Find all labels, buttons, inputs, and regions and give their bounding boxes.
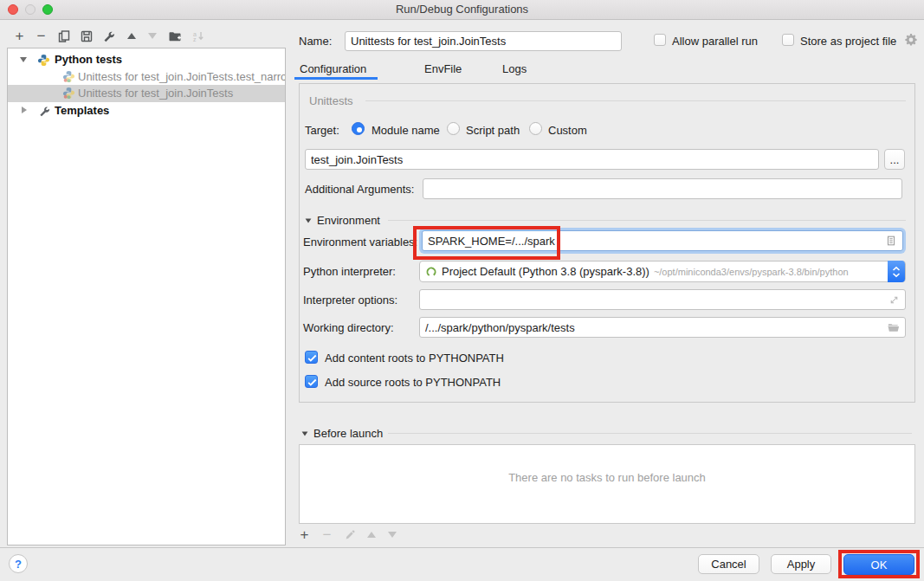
edit-pencil-icon <box>344 529 356 541</box>
target-custom-label: Custom <box>548 124 587 137</box>
new-folder-icon <box>168 29 182 43</box>
move-up-icon <box>367 532 376 538</box>
before-launch-move-up-button[interactable] <box>363 526 379 543</box>
apply-button[interactable]: Apply <box>771 554 831 574</box>
python-interpreter-path: ~/opt/miniconda3/envs/pyspark-3.8/bin/py… <box>654 267 849 277</box>
configuration-tree: Python tests Unittests for test_join.Joi… <box>7 48 286 545</box>
allow-parallel-run-label: Allow parallel run <box>672 35 758 48</box>
python-interpreter-combo[interactable]: Project Default (Python 3.8 (pyspark-3.8… <box>419 261 906 282</box>
environment-collapse-icon[interactable] <box>306 218 312 223</box>
working-directory-value: /.../spark/python/pyspark/tests <box>425 321 887 334</box>
add-source-roots-checkbox[interactable] <box>305 375 318 388</box>
folder-icon[interactable] <box>887 321 900 334</box>
before-launch-collapse-icon[interactable] <box>302 431 308 436</box>
tree-item-unittests-narrow[interactable]: Unittests for test_join.JoinTests.test_n… <box>8 68 285 86</box>
tree-item-python-tests[interactable]: Python tests <box>8 51 285 68</box>
additional-arguments-label: Additional Arguments: <box>305 183 414 196</box>
target-script-path-radio[interactable] <box>447 122 460 135</box>
cancel-button-label: Cancel <box>711 558 746 571</box>
titlebar: Run/Debug Configurations <box>0 0 924 20</box>
tree-item-label: Unittests for test_join.JoinTests <box>78 87 233 100</box>
add-configuration-button[interactable]: + <box>11 28 28 44</box>
tree-item-unittests-jointests-selected[interactable]: Unittests for test_join.JoinTests <box>8 85 285 102</box>
interpreter-options-field[interactable] <box>419 289 906 310</box>
combo-stepper-icon[interactable] <box>888 261 905 282</box>
python-interpreter-value: Project Default (Python 3.8 (pyspark-3.8… <box>442 265 649 278</box>
group-divider <box>365 100 906 101</box>
ok-button-label: OK <box>871 558 888 571</box>
svg-text:z: z <box>193 36 197 42</box>
target-custom-radio[interactable] <box>529 122 542 135</box>
store-as-project-file-checkbox[interactable] <box>782 34 794 46</box>
target-script-path-label: Script path <box>466 124 520 137</box>
sort-alphabetically-button[interactable]: az <box>190 28 206 44</box>
module-name-input[interactable] <box>305 149 879 170</box>
remove-icon: − <box>37 28 46 45</box>
environment-variables-field[interactable]: SPARK_HOME=/.../spark <box>422 230 903 251</box>
expand-arrow-icon[interactable] <box>20 57 27 62</box>
browse-module-button[interactable]: ... <box>884 149 905 170</box>
allow-parallel-run-checkbox[interactable] <box>654 34 666 46</box>
check-icon <box>306 352 319 365</box>
store-as-project-file-label: Store as project file <box>800 35 896 48</box>
wrench-icon <box>38 105 51 118</box>
copy-configuration-button[interactable] <box>55 28 72 44</box>
wrench-icon <box>102 29 116 43</box>
active-tab-underline <box>294 77 378 80</box>
save-icon <box>80 29 94 43</box>
add-content-roots-checkbox[interactable] <box>305 351 318 364</box>
working-directory-field[interactable]: /.../spark/python/pyspark/tests <box>419 317 906 338</box>
before-launch-divider <box>388 433 912 434</box>
before-launch-remove-button[interactable]: − <box>319 526 335 543</box>
environment-variables-label: Environment variables: <box>303 236 417 249</box>
before-launch-edit-button[interactable] <box>341 526 358 543</box>
additional-arguments-input[interactable] <box>423 178 902 199</box>
tree-item-label: Python tests <box>55 53 122 66</box>
environment-section-title: Environment <box>317 214 380 227</box>
tree-item-templates[interactable]: Templates <box>8 102 285 119</box>
collapse-arrow-icon[interactable] <box>22 107 27 113</box>
expand-icon[interactable] <box>888 294 900 306</box>
target-module-name-radio[interactable] <box>352 122 365 135</box>
add-icon: + <box>300 526 309 544</box>
interpreter-options-label: Interpreter options: <box>303 294 397 307</box>
remove-configuration-button[interactable]: − <box>33 28 49 44</box>
copy-icon <box>57 29 71 43</box>
save-configuration-button[interactable] <box>78 28 94 44</box>
target-module-name-label: Module name <box>372 124 440 137</box>
python-test-icon <box>62 70 75 83</box>
before-launch-move-down-button[interactable] <box>384 526 400 543</box>
move-down-icon <box>148 33 157 39</box>
tab-configuration[interactable]: Configuration <box>300 62 366 75</box>
python-icon <box>37 54 50 67</box>
run-debug-configurations-dialog: Run/Debug Configurations + − az Python t… <box>0 0 924 581</box>
tree-item-label: Templates <box>55 104 109 117</box>
move-up-button[interactable] <box>123 28 139 44</box>
move-up-icon <box>127 33 136 39</box>
gear-icon[interactable] <box>904 33 918 47</box>
unittests-group-title: Unittests <box>309 94 353 107</box>
move-down-icon <box>388 532 397 538</box>
edit-templates-button[interactable] <box>100 28 117 44</box>
new-folder-button[interactable] <box>166 28 183 44</box>
working-directory-label: Working directory: <box>303 321 394 334</box>
cancel-button[interactable]: Cancel <box>698 554 759 574</box>
ok-button[interactable]: OK <box>843 554 914 575</box>
before-launch-add-button[interactable]: + <box>296 526 313 543</box>
window-title: Run/Debug Configurations <box>0 3 924 16</box>
help-button[interactable]: ? <box>9 554 28 573</box>
browse-list-icon[interactable] <box>885 235 897 247</box>
environment-divider <box>388 220 906 221</box>
add-source-roots-label: Add source roots to PYTHONPATH <box>325 376 501 389</box>
name-input[interactable] <box>345 31 622 51</box>
conda-ring-icon <box>425 266 437 278</box>
tab-logs[interactable]: Logs <box>502 62 527 75</box>
apply-button-label: Apply <box>787 558 816 571</box>
tab-envfile[interactable]: EnvFile <box>424 62 462 75</box>
before-launch-task-list[interactable]: There are no tasks to run before launch <box>299 444 915 524</box>
move-down-button[interactable] <box>144 28 160 44</box>
tree-item-label: Unittests for test_join.JoinTests.test_n… <box>78 70 285 83</box>
before-launch-empty-text: There are no tasks to run before launch <box>300 471 914 484</box>
python-test-icon <box>62 87 75 100</box>
before-launch-title: Before launch <box>313 427 383 440</box>
